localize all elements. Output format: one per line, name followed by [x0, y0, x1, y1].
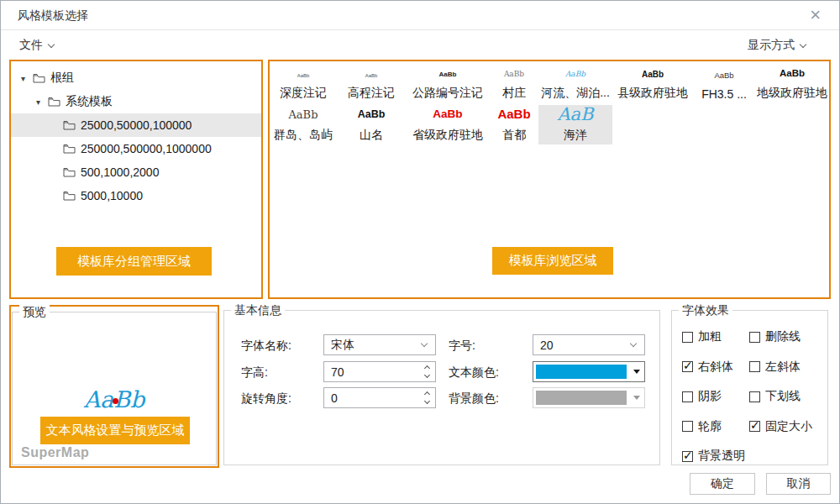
checkbox-icon[interactable] [682, 361, 693, 372]
checkbox-icon[interactable] [682, 391, 693, 402]
template-label: FH3.5 ... [701, 87, 747, 101]
template-item-highway-number[interactable]: AaBb 公路编号注记 [406, 68, 490, 102]
template-sample: AaBb [565, 71, 585, 79]
checkbox-strikethrough[interactable]: 删除线 [749, 329, 812, 344]
checkbox-right-italic[interactable]: 右斜体 [682, 360, 749, 375]
checkbox-outline[interactable]: 轮廓 [682, 419, 749, 434]
basic-info-group: 基本信息 字体名称: 宋体 字号: 20 字高: 70 文本颜色: 旋转角度: … [223, 310, 660, 465]
menu-display-mode[interactable]: 显示方式 [748, 38, 806, 53]
checkbox-icon[interactable] [749, 332, 760, 343]
template-label: 深度注记 [280, 86, 327, 101]
template-item-province-seat[interactable]: AaBb 省级政府驻地 [406, 105, 490, 144]
anchor-point-icon [113, 398, 118, 404]
template-group-panel: ▾ 根组 ▾ 系统模板 25000,50000,100000 250000,50… [9, 60, 263, 299]
checkbox-icon[interactable] [749, 421, 760, 432]
dialog-title: 风格模板选择 [18, 8, 88, 24]
template-label: 河流、湖泊... [541, 86, 610, 101]
tree-item-label: 系统模板 [66, 94, 113, 109]
font-size-select[interactable]: 20 [533, 334, 645, 355]
folder-icon [48, 97, 60, 107]
template-label: 省级政府驻地 [412, 128, 483, 143]
checkbox-shadow[interactable]: 阴影 [682, 389, 749, 404]
template-item-fh35[interactable]: AaBb FH3.5 ... [693, 68, 755, 102]
folder-icon [63, 144, 76, 154]
checkbox-transparent-bg[interactable]: 背景透明 [682, 449, 749, 464]
template-label: 首都 [502, 128, 526, 143]
font-name-select[interactable]: 宋体 [323, 334, 436, 355]
preview-groupbox: 预览 AaBb 文本风格设置与预览区域 SuperMap [12, 312, 217, 465]
chevron-up-icon [423, 391, 429, 397]
template-row-2: AaBb 群岛、岛屿 AaBb 山名 AaBb 省级政府驻地 AaBb 首都 A… [270, 105, 612, 144]
close-icon[interactable]: × [810, 5, 821, 25]
checkbox-icon[interactable] [749, 361, 760, 372]
font-effects-group: 字体效果 加粗 删除线 右斜体 左斜体 阴影 下划线 轮廓 固定大小 背景透明 [671, 310, 828, 465]
tree-item-label: 250000,500000,1000000 [81, 142, 212, 155]
template-item-elevation-annotation[interactable]: AaBb 高程注记 [337, 68, 406, 102]
template-label: 地级政府驻地 [757, 86, 827, 101]
template-sample: AaBb [714, 71, 733, 80]
template-item-capital[interactable]: AaBb 首都 [490, 105, 538, 144]
template-browser-panel: AaBb 深度注记 AaBb 高程注记 AaBb 公路编号注记 AaBb 村庄 … [268, 60, 831, 299]
chevron-up-icon [423, 365, 429, 371]
checkbox-icon[interactable] [682, 332, 693, 343]
rotation-value: 0 [331, 391, 338, 405]
ok-button[interactable]: 确定 [690, 473, 755, 495]
template-label: 村庄 [502, 86, 526, 101]
tree-item-scale-2[interactable]: 250000,500000,1000000 [11, 137, 261, 160]
template-label: 海洋 [564, 128, 587, 143]
menu-display-mode-label: 显示方式 [748, 38, 795, 53]
chevron-down-icon [423, 372, 429, 378]
tree-item-scale-1[interactable]: 25000,50000,100000 [11, 113, 261, 137]
checkbox-fixed-size[interactable]: 固定大小 [749, 419, 812, 434]
template-item-county-seat[interactable]: AaBb 县级政府驻地 [612, 68, 693, 102]
menu-file[interactable]: 文件 [19, 38, 54, 53]
basic-info-title: 基本信息 [231, 303, 285, 318]
cancel-button[interactable]: 取消 [766, 473, 831, 495]
char-height-stepper[interactable]: 70 [323, 361, 436, 382]
chevron-down-icon [48, 40, 55, 47]
template-sample: AaBb [433, 108, 462, 121]
tree-item-label: 5000,10000 [81, 189, 143, 202]
rotation-stepper[interactable]: 0 [323, 387, 436, 408]
template-label: 公路编号注记 [412, 86, 483, 101]
checkbox-underline[interactable]: 下划线 [749, 389, 812, 404]
preview-group-title: 预览 [19, 305, 50, 320]
checkbox-icon[interactable] [682, 421, 693, 432]
text-color-picker[interactable] [533, 361, 645, 382]
browse-area-annotation: 模板库浏览区域 [492, 247, 613, 275]
template-item-river-lake[interactable]: AaBb 河流、湖泊... [538, 68, 612, 102]
stepper-arrows[interactable] [420, 362, 433, 381]
chevron-down-icon [423, 398, 429, 404]
checkbox-left-italic[interactable]: 左斜体 [749, 360, 812, 375]
dropdown-arrow[interactable] [629, 362, 644, 381]
template-label: 群岛、岛屿 [274, 128, 333, 143]
tree-item-scale-3[interactable]: 500,1000,2000 [11, 160, 261, 184]
font-effects-options: 加粗 删除线 右斜体 左斜体 阴影 下划线 轮廓 固定大小 背景透明 [682, 329, 812, 464]
expand-arrow-icon[interactable]: ▾ [36, 97, 48, 107]
template-item-village[interactable]: AaBb 村庄 [490, 68, 538, 102]
char-height-value: 70 [331, 365, 344, 379]
template-item-depth-annotation[interactable]: AaBb 深度注记 [270, 68, 337, 102]
template-item-prefecture-seat[interactable]: AaBb 地级政府驻地 [755, 68, 829, 102]
template-sample: AaB [557, 105, 593, 124]
triangle-down-icon [633, 396, 640, 400]
chevron-down-icon [800, 40, 806, 47]
checkbox-icon[interactable] [682, 451, 693, 462]
menu-bar: 文件 显示方式 [1, 31, 839, 58]
tree-item-label: 25000,50000,100000 [81, 118, 192, 132]
tree-item-scale-4[interactable]: 5000,10000 [11, 184, 261, 207]
template-row-1: AaBb 深度注记 AaBb 高程注记 AaBb 公路编号注记 AaBb 村庄 … [270, 68, 829, 102]
template-label: 山名 [360, 128, 383, 143]
tree-item-root[interactable]: ▾ 根组 [11, 66, 261, 90]
template-item-archipelago[interactable]: AaBb 群岛、岛屿 [270, 105, 337, 144]
checkbox-icon[interactable] [749, 391, 760, 402]
tree-item-system-templates[interactable]: ▾ 系统模板 [11, 90, 261, 113]
template-item-ocean[interactable]: AaB 海洋 [538, 105, 612, 144]
expand-arrow-icon[interactable]: ▾ [21, 74, 33, 83]
stepper-arrows[interactable] [420, 388, 433, 407]
group-tree: ▾ 根组 ▾ 系统模板 25000,50000,100000 250000,50… [11, 66, 261, 207]
checkbox-bold[interactable]: 加粗 [682, 329, 749, 344]
char-height-label: 字高: [241, 365, 268, 381]
template-item-mountain-name[interactable]: AaBb 山名 [337, 105, 406, 144]
chevron-down-icon [421, 340, 428, 347]
